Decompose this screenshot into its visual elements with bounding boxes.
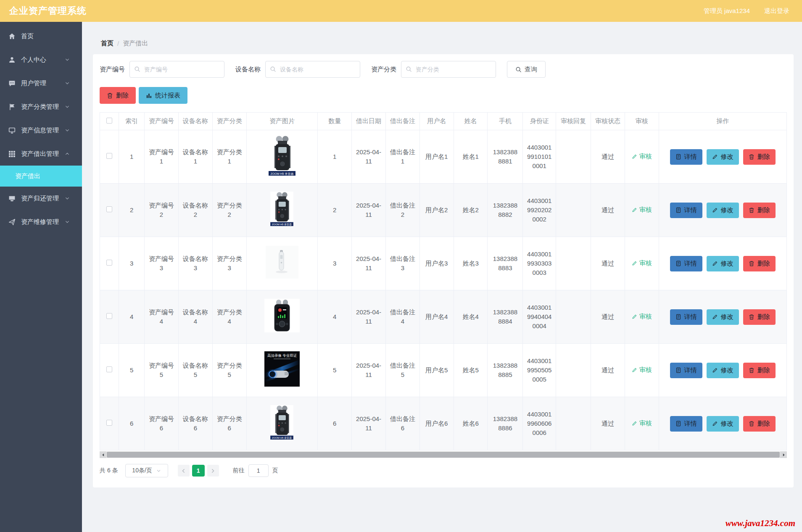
category-input[interactable] [401,61,496,78]
detail-button[interactable]: 详情 [670,256,702,271]
sidebar-item-1[interactable]: 个人中心 [0,48,82,71]
cell-audit: 审核 [625,184,659,237]
column-header-身份证: 身份证 [523,113,556,130]
audit-link[interactable]: 审核 [632,258,652,268]
cell-quantity: 4 [318,290,352,344]
sidebar-item-2[interactable]: 用户管理 [0,71,82,95]
cell-review-status: 通过 [591,237,625,290]
prev-page-button[interactable] [178,465,190,477]
sidebar-item-5[interactable]: 资产借出管理 [0,142,82,166]
sidebar-subitem-资产借出[interactable]: 资产借出 [0,166,82,187]
product-image-camera-night-promo: 高清录像 专业双证 [264,351,300,387]
cell-actions: 详情修改删除 [659,237,786,290]
row-checkbox[interactable] [106,206,112,212]
pagination: 共 6 条 10条/页 1 前往 页 [100,464,787,477]
audit-link[interactable]: 审核 [632,205,652,214]
product-image-zoom-h5-recorder: ZOOM H5 录音器 [270,192,293,226]
scrollbar-thumb[interactable] [107,452,780,458]
cell-category: 资产分类4 [212,290,246,344]
delete-row-button[interactable]: 删除 [743,256,776,271]
sidebar-item-label: 用户管理 [21,79,46,87]
search-icon [134,66,140,72]
table-row-4: 4资产编号4设备名称4资产分类442025-04-11借出备注4用户名4姓名41… [100,290,787,344]
detail-button[interactable]: 详情 [670,149,702,165]
cell-loan-date: 2025-04-11 [352,184,386,237]
page-size-select[interactable]: 10条/页 [125,464,168,477]
edit-button[interactable]: 修改 [707,416,739,432]
delete-row-button[interactable]: 删除 [743,149,776,165]
row-checkbox[interactable] [106,260,112,266]
select-all-checkbox[interactable] [106,118,112,124]
pencil-icon [712,154,718,160]
device-name-input[interactable] [265,61,360,78]
sidebar-item-label: 资产分类管理 [21,103,59,111]
cell-category: 资产分类6 [212,397,246,450]
table-row-6: 6资产编号6设备名称6资产分类6ZOOM H5 录音器62025-04-11借出… [100,397,787,450]
sidebar-item-7[interactable]: 资产维修管理 [0,210,82,234]
logout-link[interactable]: 退出登录 [764,7,789,15]
cell-review-reply [556,344,591,397]
delete-button[interactable]: 删除 [100,87,136,104]
goto-page-input[interactable] [248,464,269,477]
chevron-down-icon [65,81,70,86]
cell-actions: 详情修改删除 [659,130,786,184]
sidebar-item-6[interactable]: 资产归还管理 [0,187,82,210]
sidebar-item-4[interactable]: 资产信息管理 [0,119,82,142]
sidebar-item-label: 资产维修管理 [21,218,59,226]
filter-label-asset-no: 资产编号 [100,66,125,74]
delete-row-button[interactable]: 删除 [743,363,776,378]
delete-row-button[interactable]: 删除 [743,416,776,432]
row-checkbox[interactable] [106,313,112,319]
cell-quantity: 1 [318,130,352,184]
audit-link[interactable]: 审核 [632,419,652,428]
chevron-up-icon [65,151,70,156]
cell-name: 姓名1 [454,130,488,184]
edit-button[interactable]: 修改 [707,309,739,325]
search-button[interactable]: 查询 [507,61,546,78]
trash-icon [749,261,755,266]
document-icon [675,207,681,213]
trash-icon [107,92,113,99]
edit-button[interactable]: 修改 [707,149,739,165]
sidebar-item-0[interactable]: 首页 [0,24,82,48]
pencil-icon [632,367,637,373]
report-button[interactable]: 统计报表 [139,87,187,104]
detail-button[interactable]: 详情 [670,363,702,378]
sidebar-item-3[interactable]: 资产分类管理 [0,95,82,119]
row-checkbox[interactable] [106,153,112,159]
column-header-资产编号: 资产编号 [145,113,179,130]
cell-image: 高清录像 专业双证 [246,344,318,397]
asset-no-input[interactable] [129,61,224,78]
delete-row-button[interactable]: 删除 [743,203,776,218]
scroll-right-button[interactable] [780,451,787,458]
detail-button[interactable]: 详情 [670,309,702,325]
caret-left-icon [101,453,105,457]
horizontal-scrollbar[interactable] [100,451,787,458]
page-number-1[interactable]: 1 [192,465,205,477]
filter-label-device-name: 设备名称 [235,66,261,74]
scroll-left-button[interactable] [100,451,106,458]
cell-asset-no: 资产编号6 [145,397,179,450]
edit-button[interactable]: 修改 [707,256,739,271]
cell-quantity: 5 [318,344,352,397]
delete-row-button[interactable]: 删除 [743,309,776,325]
sidebar-item-label: 首页 [21,32,34,40]
cell-review-status: 通过 [591,130,625,184]
audit-link[interactable]: 审核 [632,365,652,374]
audit-link[interactable]: 审核 [632,312,652,321]
audit-link[interactable]: 审核 [632,152,652,161]
detail-button[interactable]: 详情 [670,203,702,218]
next-page-button[interactable] [207,465,219,477]
row-checkbox[interactable] [106,366,112,372]
detail-button[interactable]: 详情 [670,416,702,432]
cell-idcard: 440300199606060006 [523,397,556,450]
document-icon [675,154,681,160]
edit-button[interactable]: 修改 [707,203,739,218]
column-header-索引: 索引 [119,113,145,130]
column-header-审核: 审核 [625,113,659,130]
topbar: 企业资产管理系统 管理员 java1234 退出登录 [0,0,802,22]
breadcrumb-home[interactable]: 首页 [101,40,113,47]
row-checkbox[interactable] [106,420,112,426]
cell-phone: 13823888883 [488,237,523,290]
edit-button[interactable]: 修改 [707,363,739,378]
